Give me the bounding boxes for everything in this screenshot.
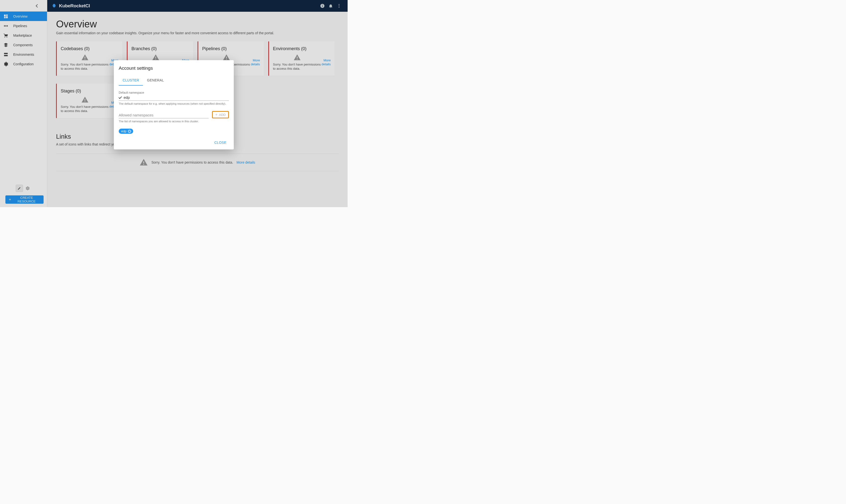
- dialog-tabs: CLUSTER GENERAL: [119, 76, 229, 86]
- check-icon: [119, 96, 122, 99]
- namespace-chip[interactable]: edp: [119, 129, 133, 134]
- tab-cluster[interactable]: CLUSTER: [119, 76, 143, 86]
- dialog-title: Account settings: [119, 66, 229, 71]
- chip-label: edp: [121, 129, 126, 133]
- tab-general[interactable]: GENERAL: [143, 76, 168, 86]
- default-namespace-field: Default namespace The default namespace …: [119, 91, 229, 105]
- allowed-namespaces-input[interactable]: [119, 113, 209, 118]
- dialog-close-button[interactable]: CLOSE: [212, 139, 229, 146]
- chip-remove-icon[interactable]: [128, 130, 131, 133]
- allowed-namespaces-help: The list of namespaces you are allowed t…: [119, 120, 229, 123]
- default-namespace-input[interactable]: [124, 95, 229, 100]
- allowed-namespaces-field: [119, 113, 209, 118]
- default-namespace-help: The default namespace for e.g. when appl…: [119, 102, 229, 105]
- modal-overlay[interactable]: Account settings CLUSTER GENERAL Default…: [0, 0, 348, 207]
- add-namespace-button[interactable]: + ADD: [212, 111, 229, 118]
- account-settings-dialog: Account settings CLUSTER GENERAL Default…: [114, 60, 234, 149]
- add-button-label: ADD: [219, 113, 226, 116]
- plus-icon: +: [215, 113, 218, 116]
- default-namespace-label: Default namespace: [119, 91, 229, 94]
